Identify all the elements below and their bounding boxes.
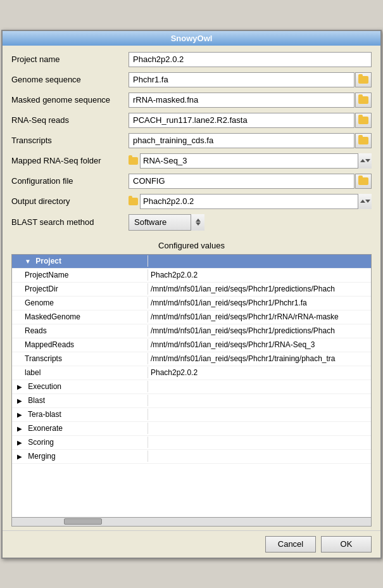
masked-genome-input[interactable] bbox=[129, 93, 355, 108]
merging-group-val bbox=[148, 455, 371, 457]
masked-genome-row: Masked genome sequence bbox=[11, 93, 372, 108]
merging-expand-arrow: ▶ bbox=[17, 453, 25, 460]
rnaseq-reads-label: RNA-Seq reads bbox=[11, 115, 129, 125]
execution-group-key: ▶ Execution bbox=[12, 381, 148, 392]
rnaseq-reads-input[interactable] bbox=[129, 113, 355, 128]
tree-cell-val: /mnt/md/nfs01/ian_reid/seqs/Phchr1/rRNA/… bbox=[148, 311, 371, 323]
tree-row[interactable]: ProjectName Phach2p2.0.2 bbox=[12, 269, 371, 283]
mapped-folder-row: Mapped RNA-Seq folder bbox=[11, 153, 372, 169]
browse-folder-icon bbox=[358, 177, 368, 185]
bottom-bar: Cancel OK bbox=[3, 530, 380, 558]
execution-group-val bbox=[148, 385, 371, 388]
ok-button[interactable]: OK bbox=[321, 536, 372, 553]
tree-cell-val: Phach2p2.0.2 bbox=[148, 367, 371, 378]
blast-group-key: ▶ Blast bbox=[12, 395, 148, 406]
config-file-input-wrap bbox=[129, 174, 372, 189]
transcripts-input[interactable] bbox=[129, 133, 355, 148]
title-bar: SnowyOwl bbox=[3, 31, 380, 46]
output-dir-folder-icon bbox=[129, 198, 138, 205]
project-group-key: ▼ Project bbox=[12, 255, 148, 267]
exonerate-group-row[interactable]: ▶ Exonerate bbox=[12, 422, 371, 436]
tree-cell-key: Genome bbox=[12, 297, 148, 309]
tera-blast-expand-arrow: ▶ bbox=[17, 411, 25, 418]
genome-sequence-browse-btn[interactable] bbox=[355, 72, 372, 87]
tree-row[interactable]: Transcripts /mnt/md/nfs01/ian_reid/seqs/… bbox=[12, 352, 371, 366]
main-window: SnowyOwl Project name Genome sequence Ma… bbox=[1, 30, 382, 559]
tree-cell-key: ProjectName bbox=[12, 269, 148, 281]
blast-group-row[interactable]: ▶ Blast bbox=[12, 394, 371, 408]
masked-genome-input-wrap bbox=[129, 93, 372, 108]
tree-content[interactable]: ▼ Project ProjectName Phach2p2.0.2 Proje… bbox=[12, 255, 371, 517]
form-area: Project name Genome sequence Masked geno… bbox=[3, 46, 380, 240]
window-title: SnowyOwl bbox=[171, 34, 213, 43]
genome-sequence-input-wrap bbox=[129, 72, 372, 87]
horizontal-scrollbar[interactable] bbox=[12, 517, 371, 526]
transcripts-row: Transcripts bbox=[11, 133, 372, 148]
exonerate-group-val bbox=[148, 427, 371, 430]
tree-cell-key: Reads bbox=[12, 325, 148, 336]
horizontal-scroll-thumb[interactable] bbox=[64, 518, 102, 525]
exonerate-group-key: ▶ Exonerate bbox=[12, 423, 148, 434]
tree-cell-key: MaskedGenome bbox=[12, 311, 148, 323]
config-file-browse-btn[interactable] bbox=[355, 174, 372, 189]
output-dir-input-wrap bbox=[129, 194, 372, 209]
cancel-button[interactable]: Cancel bbox=[265, 536, 316, 553]
blast-group-val bbox=[148, 399, 371, 402]
mapped-folder-select-wrap bbox=[129, 153, 372, 169]
browse-folder-icon bbox=[358, 76, 368, 84]
browse-folder-icon bbox=[358, 137, 368, 144]
rnaseq-reads-browse-btn[interactable] bbox=[355, 113, 372, 128]
tree-cell-val: /mnt/md/nfs01/ian_reid/seqs/Phchr1/train… bbox=[148, 353, 371, 364]
transcripts-label: Transcripts bbox=[11, 136, 129, 145]
project-name-label: Project name bbox=[11, 54, 129, 64]
blast-method-row: BLAST search method Software bbox=[11, 214, 372, 231]
tree-row[interactable]: MappedReads /mnt/md/nfs01/ian_reid/seqs/… bbox=[12, 338, 371, 352]
execution-expand-arrow: ▶ bbox=[17, 383, 25, 390]
project-group-val bbox=[148, 260, 371, 262]
output-dir-select-wrap bbox=[129, 194, 372, 209]
genome-sequence-input[interactable] bbox=[129, 72, 355, 87]
mapped-folder-combo[interactable] bbox=[140, 153, 372, 169]
genome-sequence-row: Genome sequence bbox=[11, 72, 372, 87]
tree-cell-val: Phach2p2.0.2 bbox=[148, 269, 371, 281]
tree-row[interactable]: Genome /mnt/md/nfs01/ian_reid/seqs/Phchr… bbox=[12, 297, 371, 310]
tree-row[interactable]: Reads /mnt/md/nfs01/ian_reid/seqs/Phchr1… bbox=[12, 324, 371, 338]
tree-cell-val: /mnt/md/nfs01/ian_reid/seqs/Phchr1/Phchr… bbox=[148, 297, 371, 309]
tera-blast-group-key: ▶ Tera-blast bbox=[12, 409, 148, 420]
tree-area: ▼ Project ProjectName Phach2p2.0.2 Proje… bbox=[11, 254, 372, 527]
output-dir-row: Output directory bbox=[11, 194, 372, 209]
blast-method-select-wrap: Software bbox=[129, 214, 204, 231]
scoring-group-row[interactable]: ▶ Scoring bbox=[12, 436, 371, 450]
genome-sequence-label: Genome sequence bbox=[11, 75, 129, 84]
blast-method-label: BLAST search method bbox=[11, 217, 129, 227]
merging-group-key: ▶ Merging bbox=[12, 451, 148, 462]
tera-blast-group-val bbox=[148, 413, 371, 416]
project-collapse-arrow: ▼ bbox=[25, 258, 32, 265]
tera-blast-group-row[interactable]: ▶ Tera-blast bbox=[12, 408, 371, 422]
scoring-group-key: ▶ Scoring bbox=[12, 437, 148, 448]
blast-method-select[interactable]: Software bbox=[129, 214, 204, 231]
tree-cell-key: Transcripts bbox=[12, 353, 148, 364]
output-dir-combo[interactable] bbox=[140, 194, 372, 209]
project-group-row[interactable]: ▼ Project bbox=[12, 255, 371, 269]
tree-cell-val: /mnt/md/nfs01/ian_reid/seqs/Phchr1/RNA-S… bbox=[148, 339, 371, 350]
mapped-folder-input-wrap bbox=[129, 153, 372, 169]
exonerate-expand-arrow: ▶ bbox=[17, 425, 25, 432]
project-name-input[interactable] bbox=[129, 52, 372, 67]
scoring-expand-arrow: ▶ bbox=[17, 439, 25, 446]
merging-group-row[interactable]: ▶ Merging bbox=[12, 450, 371, 464]
transcripts-browse-btn[interactable] bbox=[355, 133, 372, 148]
tree-row[interactable]: ProjectDir /mnt/md/nfs01/ian_reid/seqs/P… bbox=[12, 283, 371, 297]
tree-row[interactable]: label Phach2p2.0.2 bbox=[12, 366, 371, 380]
mapped-folder-folder-icon bbox=[129, 157, 138, 165]
transcripts-input-wrap bbox=[129, 133, 372, 148]
tree-cell-key: label bbox=[12, 367, 148, 378]
tree-cell-key: MappedReads bbox=[12, 339, 148, 350]
output-dir-label: Output directory bbox=[11, 196, 129, 206]
mapped-folder-label: Mapped RNA-Seq folder bbox=[11, 156, 129, 165]
tree-row[interactable]: MaskedGenome /mnt/md/nfs01/ian_reid/seqs… bbox=[12, 310, 371, 324]
config-file-input[interactable] bbox=[129, 174, 355, 189]
execution-group-row[interactable]: ▶ Execution bbox=[12, 380, 371, 394]
masked-genome-browse-btn[interactable] bbox=[355, 93, 372, 108]
tree-cell-val: /mnt/md/nfs01/ian_reid/seqs/Phchr1/predi… bbox=[148, 283, 371, 295]
